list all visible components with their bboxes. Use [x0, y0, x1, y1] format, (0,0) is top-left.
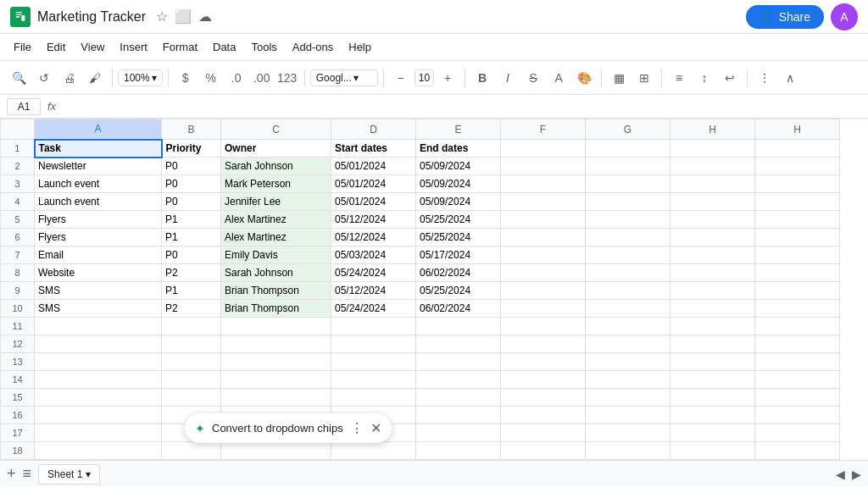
- cell-end-date[interactable]: 06/02/2024: [416, 264, 501, 282]
- cell-task[interactable]: Launch event: [35, 193, 162, 211]
- cell-priority[interactable]: P0: [162, 193, 221, 211]
- font-size-inc[interactable]: +: [436, 66, 459, 90]
- cell-empty[interactable]: [755, 424, 840, 442]
- cell-empty[interactable]: [755, 407, 840, 424]
- cell-empty[interactable]: [501, 229, 586, 246]
- cell-owner[interactable]: Brian Thompson: [221, 300, 331, 318]
- cell-end-date[interactable]: 05/09/2024: [416, 175, 501, 193]
- cell-empty[interactable]: [501, 335, 586, 353]
- menu-addons[interactable]: Add-ons: [286, 37, 340, 57]
- cell-empty[interactable]: [670, 442, 755, 460]
- scroll-right-icon[interactable]: ▶: [852, 468, 861, 481]
- cell-empty[interactable]: [586, 229, 670, 246]
- cell-empty[interactable]: [670, 229, 755, 246]
- cell-priority[interactable]: P0: [162, 175, 221, 193]
- cell-reference[interactable]: A1: [7, 98, 41, 115]
- cell-empty[interactable]: [501, 442, 586, 460]
- cell-empty[interactable]: [755, 175, 840, 193]
- cell-empty[interactable]: [755, 460, 840, 461]
- cell-empty[interactable]: [586, 371, 670, 389]
- cell-empty[interactable]: [35, 318, 162, 335]
- cell-empty[interactable]: [670, 371, 755, 389]
- cell-empty[interactable]: [670, 246, 755, 264]
- cell-empty[interactable]: [501, 175, 586, 193]
- cell-empty[interactable]: [755, 246, 840, 264]
- cell-empty[interactable]: [670, 193, 755, 211]
- cell-empty[interactable]: [755, 335, 840, 353]
- cell-empty[interactable]: [586, 318, 670, 335]
- star-icon[interactable]: ☆: [156, 8, 168, 25]
- cell-end-date[interactable]: 05/25/2024: [416, 211, 501, 229]
- cell-empty[interactable]: [221, 371, 331, 389]
- cell-empty[interactable]: [416, 371, 501, 389]
- cell-empty[interactable]: [162, 442, 221, 460]
- cell-empty[interactable]: [670, 389, 755, 407]
- cell-empty[interactable]: [416, 389, 501, 407]
- chip-more-icon[interactable]: ⋮: [350, 420, 364, 436]
- cell-empty[interactable]: [416, 407, 501, 424]
- col-header-d[interactable]: D: [331, 119, 416, 140]
- cell-empty[interactable]: [221, 389, 331, 407]
- cell-empty[interactable]: [670, 211, 755, 229]
- cell-empty[interactable]: [670, 175, 755, 193]
- cell-start-date[interactable]: 05/01/2024: [331, 193, 416, 211]
- scroll-left-icon[interactable]: ◀: [836, 468, 845, 481]
- cell-empty[interactable]: [755, 442, 840, 460]
- percent-icon[interactable]: %: [199, 66, 223, 90]
- sheets-menu-icon[interactable]: ≡: [23, 465, 32, 483]
- col-header-i[interactable]: H: [755, 119, 840, 140]
- cell-owner[interactable]: Brian Thompson: [221, 282, 331, 300]
- cell-start-date[interactable]: 05/01/2024: [331, 158, 416, 175]
- cell-empty[interactable]: [501, 282, 586, 300]
- cell-end-date[interactable]: 05/09/2024: [416, 193, 501, 211]
- align-icon[interactable]: ≡: [667, 66, 691, 90]
- col-header-c[interactable]: C: [221, 119, 331, 140]
- cell-empty[interactable]: [670, 407, 755, 424]
- cell-empty[interactable]: [670, 335, 755, 353]
- cell-task[interactable]: Flyers: [35, 229, 162, 246]
- cell-empty[interactable]: [416, 335, 501, 353]
- collapse-icon[interactable]: ∧: [778, 66, 802, 90]
- valign-icon[interactable]: ↕: [693, 66, 716, 90]
- cell-empty[interactable]: [586, 193, 670, 211]
- cell-empty[interactable]: [501, 211, 586, 229]
- cell-empty[interactable]: [755, 211, 840, 229]
- cell-empty[interactable]: [331, 318, 416, 335]
- cell-owner[interactable]: Jennifer Lee: [221, 193, 331, 211]
- cell-empty[interactable]: [755, 371, 840, 389]
- cell-empty[interactable]: [221, 460, 331, 461]
- cell-empty[interactable]: [35, 371, 162, 389]
- chip-close-icon[interactable]: ✕: [370, 420, 381, 436]
- cell-empty[interactable]: [501, 389, 586, 407]
- cell-empty[interactable]: [501, 353, 586, 371]
- cell-end-date[interactable]: 05/25/2024: [416, 282, 501, 300]
- cell-empty[interactable]: [755, 193, 840, 211]
- cell-priority[interactable]: P0: [162, 246, 221, 264]
- cell-end-date[interactable]: 05/17/2024: [416, 246, 501, 264]
- cell-empty[interactable]: [586, 442, 670, 460]
- cell-priority[interactable]: P0: [162, 158, 221, 175]
- decimal-inc-icon[interactable]: .00: [250, 66, 274, 90]
- search-icon[interactable]: 🔍: [7, 66, 31, 90]
- cell-empty[interactable]: [501, 246, 586, 264]
- cell-empty[interactable]: [755, 389, 840, 407]
- menu-edit[interactable]: Edit: [40, 37, 72, 57]
- cell-empty[interactable]: [162, 460, 221, 461]
- menu-insert[interactable]: Insert: [113, 37, 154, 57]
- cell-empty[interactable]: [35, 442, 162, 460]
- cell-empty[interactable]: [755, 353, 840, 371]
- cell-empty[interactable]: [501, 193, 586, 211]
- cell-empty[interactable]: [331, 442, 416, 460]
- cell-task[interactable]: SMS: [35, 300, 162, 318]
- cell-empty[interactable]: [670, 158, 755, 175]
- menu-data[interactable]: Data: [206, 37, 242, 57]
- cell-priority[interactable]: Priority: [162, 140, 221, 158]
- cell-task[interactable]: Newsletter: [35, 158, 162, 175]
- cell-empty[interactable]: [670, 353, 755, 371]
- cell-task[interactable]: Email: [35, 246, 162, 264]
- share-button[interactable]: 👤 Share: [746, 5, 824, 29]
- cell-empty[interactable]: [35, 389, 162, 407]
- cell-priority[interactable]: P1: [162, 282, 221, 300]
- cell-empty[interactable]: [755, 158, 840, 175]
- cell-start-date[interactable]: 05/03/2024: [331, 246, 416, 264]
